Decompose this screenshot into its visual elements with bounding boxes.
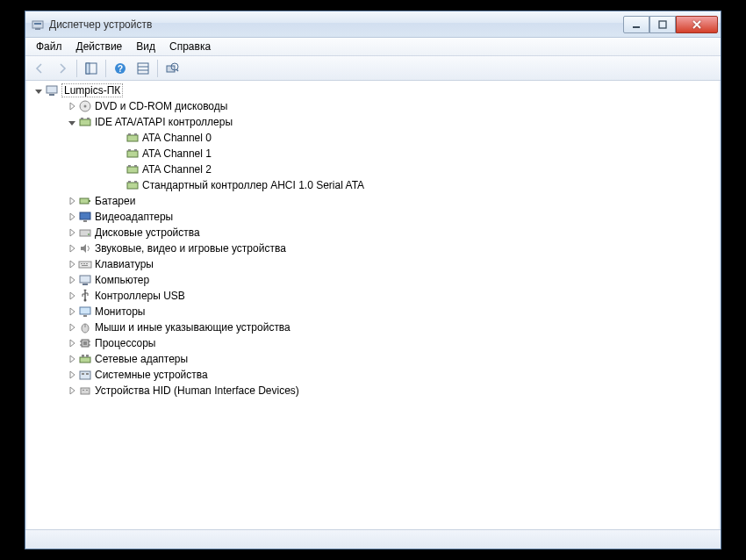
svg-rect-37 [83, 220, 87, 222]
expander-icon[interactable] [66, 195, 78, 207]
tree-node-label: Мониторы [95, 305, 145, 318]
svg-rect-34 [80, 198, 89, 204]
svg-rect-61 [80, 371, 90, 379]
expander-icon[interactable] [66, 321, 78, 334]
svg-point-18 [84, 105, 87, 108]
properties-button[interactable] [133, 59, 154, 78]
expander-icon[interactable] [66, 384, 78, 397]
menu-help[interactable]: Справка [162, 38, 218, 55]
toolbar-separator [76, 60, 77, 77]
expander-icon[interactable] [66, 211, 78, 223]
battery-icon [78, 194, 92, 208]
disc-icon [78, 99, 92, 113]
statusbar [25, 529, 721, 549]
usb-icon [78, 289, 92, 303]
svg-rect-3 [633, 26, 640, 28]
help-button[interactable]: ? [110, 59, 131, 78]
tree-device-node[interactable]: ATA Channel 0 [61, 130, 719, 146]
svg-rect-32 [128, 181, 131, 183]
toolbar: ? [25, 56, 721, 81]
tree-device-node[interactable]: ATA Channel 1 [61, 146, 719, 162]
minimize-button[interactable] [623, 16, 649, 33]
tree-category-node[interactable]: Клавиатуры [44, 256, 719, 272]
tree-root-node[interactable]: Lumpics-ПК [27, 83, 719, 98]
network-icon [78, 352, 92, 366]
tree-node-label: Звуковые, видео и игровые устройства [95, 242, 286, 255]
svg-rect-21 [87, 118, 90, 119]
expander-icon[interactable] [66, 258, 78, 270]
expander-icon[interactable] [66, 242, 78, 255]
scan-hardware-button[interactable] [161, 59, 183, 78]
titlebar[interactable]: Диспетчер устройств [25, 11, 721, 38]
tree-device-node[interactable]: Стандартный контроллер AHCI 1.0 Serial A… [61, 177, 719, 193]
tree-category-node[interactable]: Сетевые адаптеры [44, 351, 719, 367]
svg-rect-49 [83, 315, 87, 317]
svg-rect-46 [82, 284, 88, 285]
menubar: Файл Действие Вид Справка [25, 38, 721, 56]
expander-icon[interactable] [66, 337, 78, 349]
expander-icon[interactable] [66, 305, 78, 318]
menu-action[interactable]: Действие [69, 38, 130, 55]
svg-rect-59 [82, 355, 84, 357]
expander-icon[interactable] [66, 353, 78, 365]
tree-category-node[interactable]: Звуковые, видео и игровые устройства [44, 241, 719, 256]
svg-rect-15 [47, 86, 57, 93]
expander-icon[interactable] [66, 226, 78, 239]
svg-rect-62 [82, 373, 84, 375]
tree-category-node[interactable]: IDE ATA/ATAPI контроллеры [44, 114, 719, 130]
close-button[interactable] [676, 16, 718, 33]
tree-category-node[interactable]: DVD и CD-ROM дисководы [44, 98, 719, 114]
tree-category-node[interactable]: Дисковые устройства [44, 225, 719, 241]
tree-node-label: Дисковые устройства [95, 226, 200, 239]
computer-icon [45, 83, 59, 97]
svg-rect-53 [83, 341, 87, 345]
expander-icon[interactable] [66, 290, 78, 302]
tree-category-node[interactable]: Компьютер [44, 272, 719, 288]
svg-rect-35 [89, 200, 90, 202]
svg-rect-45 [80, 276, 90, 283]
tree-view[interactable]: Lumpics-ПКDVD и CD-ROM дисководыIDE ATA/… [25, 81, 721, 529]
menu-view[interactable]: Вид [129, 38, 162, 55]
show-hide-tree-button[interactable] [81, 59, 102, 78]
tree-category-node[interactable]: Контроллеры USB [44, 288, 719, 304]
svg-rect-65 [82, 390, 84, 391]
controller-icon [126, 178, 140, 192]
svg-rect-6 [86, 63, 90, 74]
controller-icon [78, 115, 92, 129]
sound-icon [78, 241, 92, 255]
tree-node-label: Стандартный контроллер AHCI 1.0 Serial A… [142, 179, 364, 191]
hid-icon [78, 384, 92, 398]
maximize-button[interactable] [649, 16, 676, 33]
system-icon [78, 368, 92, 382]
menu-file[interactable]: Файл [29, 38, 69, 55]
controller-icon [126, 131, 140, 145]
mouse-icon [78, 320, 92, 334]
svg-rect-36 [80, 212, 90, 219]
tree-category-node[interactable]: Мыши и иные указывающие устройства [44, 319, 719, 335]
tree-node-label: Контроллеры USB [95, 290, 185, 302]
svg-rect-2 [35, 28, 40, 30]
svg-point-47 [84, 299, 87, 302]
tree-device-node[interactable]: ATA Channel 2 [61, 162, 719, 177]
expander-icon[interactable] [66, 369, 78, 381]
expander-icon[interactable] [66, 116, 78, 128]
tree-category-node[interactable]: Видеоадаптеры [44, 209, 719, 225]
tree-category-node[interactable]: Устройства HID (Human Interface Devices) [44, 383, 719, 398]
tree-category-node[interactable]: Батареи [44, 193, 719, 209]
svg-rect-19 [80, 119, 90, 126]
svg-rect-41 [81, 263, 82, 264]
expander-icon[interactable] [66, 274, 78, 286]
tree-category-node[interactable]: Системные устройства [44, 367, 719, 383]
expander-icon[interactable] [32, 84, 45, 97]
svg-rect-30 [134, 165, 137, 167]
tree-node-label: Мыши и иные указывающие устройства [95, 321, 291, 334]
expander-icon[interactable] [66, 100, 78, 112]
computer-icon [78, 273, 92, 287]
svg-rect-26 [128, 149, 131, 151]
tree-category-node[interactable]: Процессоры [44, 335, 719, 351]
svg-rect-43 [86, 263, 88, 264]
tree-category-node[interactable]: Мониторы [44, 304, 719, 319]
device-manager-window: Диспетчер устройств Файл Действие Вид Сп… [25, 11, 721, 549]
svg-rect-12 [167, 66, 175, 72]
svg-rect-20 [81, 118, 83, 119]
